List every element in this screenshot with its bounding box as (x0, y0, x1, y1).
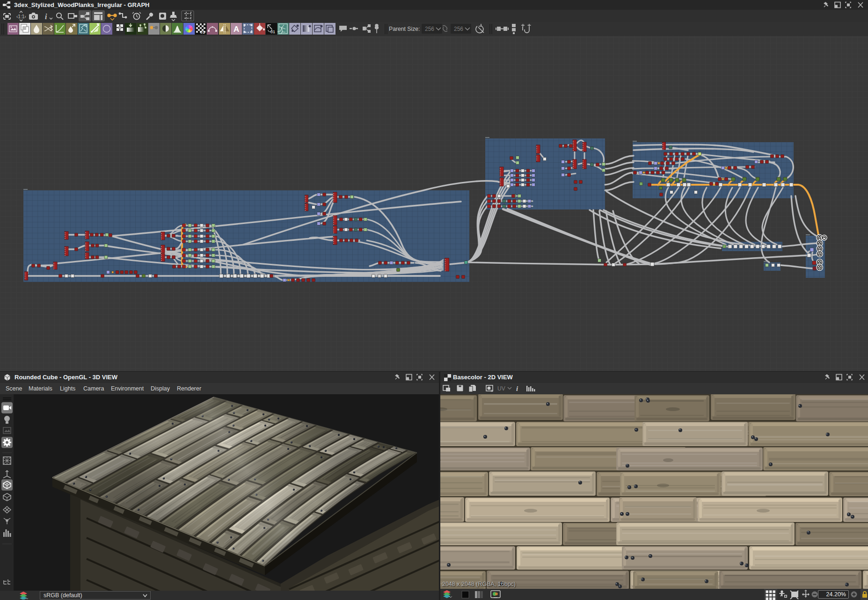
svg-text:UV: UV (497, 385, 505, 392)
svg-text:256: 256 (454, 26, 463, 32)
svg-text:01: 01 (200, 30, 205, 35)
svg-text:i: i (45, 13, 47, 21)
svg-text:01: 01 (270, 29, 275, 34)
svg-text:‹1:1›: ‹1:1› (16, 14, 26, 19)
svg-text:Parent Size:: Parent Size: (389, 26, 420, 32)
svg-text:256: 256 (425, 26, 434, 32)
svg-text:A: A (233, 25, 239, 34)
svg-text:i: i (516, 385, 518, 392)
